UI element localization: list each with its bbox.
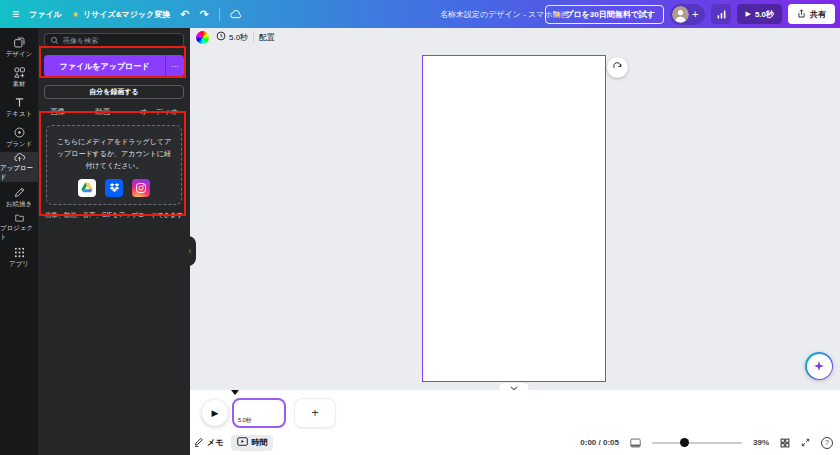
frame-duration-label: 5.0秒 [238, 417, 251, 424]
timeline: ▶ 5.0秒 + [190, 390, 840, 430]
zoom-slider[interactable] [652, 438, 742, 448]
page-duration-chip[interactable]: 5.0秒 [216, 29, 248, 45]
file-menu-button[interactable]: ファイル [29, 9, 62, 20]
draw-icon [13, 186, 26, 199]
search-icon [50, 31, 59, 49]
add-page-button[interactable]: + [294, 398, 336, 428]
canva-app: ≡ ファイル ★ リサイズ&マジック変換 ↶ ↷ 名称未設定のデザイン - スマ… [0, 0, 840, 455]
resize-magic-button[interactable]: ★ リサイズ&マジック変換 [72, 9, 170, 20]
sparkle-icon [814, 361, 824, 371]
search-box[interactable] [44, 33, 184, 47]
video-player-icon [237, 437, 248, 448]
dropzone-services [56, 179, 172, 197]
tab-videos[interactable]: 動画 [95, 107, 110, 117]
pen-icon [194, 437, 204, 449]
dropbox-icon[interactable] [105, 179, 123, 197]
elements-icon [13, 66, 26, 79]
notes-button[interactable]: メモ [194, 437, 223, 449]
search-input[interactable] [63, 37, 178, 44]
grid-view-icon[interactable] [780, 438, 790, 448]
google-drive-icon[interactable] [78, 179, 96, 197]
sidebar-item-uploads[interactable]: アップロード [0, 152, 38, 182]
fullscreen-icon[interactable] [801, 438, 810, 447]
sidebar-item-draw[interactable]: お絵描き [0, 182, 38, 212]
ai-assistant-button[interactable] [805, 352, 833, 380]
design-page[interactable] [422, 55, 606, 382]
timing-button[interactable]: 時間 [231, 435, 273, 451]
cloud-saved-icon [230, 5, 243, 23]
upload-more-button[interactable]: ··· [165, 55, 184, 77]
page-view-icon[interactable] [630, 438, 641, 448]
zoom-slider-track [652, 442, 742, 444]
zoom-slider-knob[interactable] [680, 438, 689, 447]
upload-cloud-icon [13, 152, 26, 163]
upload-file-button[interactable]: ファイルをアップロード [44, 55, 165, 77]
sidebar-item-projects[interactable]: プロジェクト [0, 212, 38, 242]
instagram-icon[interactable] [132, 179, 150, 197]
play-icon: ▶ [745, 10, 750, 18]
upload-file-row: ファイルをアップロード ··· [44, 55, 184, 77]
tab-images[interactable]: 画像 [50, 107, 65, 117]
tab-audio[interactable]: オーディオ [140, 107, 178, 117]
background-color-icon[interactable] [196, 31, 209, 44]
dropzone-caption: 画像、動画、音声、GIFをアップロードできます [42, 211, 186, 220]
time-display: 0:00 / 0:05 [580, 438, 619, 447]
sidebar-rail: デザイン 素材 テキスト ブランド アップロード お絵描き プロジェクト アプ [0, 28, 38, 455]
sidebar-item-brand[interactable]: ブランド [0, 122, 38, 152]
media-tabs: 画像 動画 オーディオ [50, 107, 178, 117]
sparkle-icon: ★ [72, 10, 79, 19]
record-yourself-button[interactable]: 自分を録画する [44, 85, 184, 99]
insights-chart-icon[interactable] [711, 4, 731, 24]
menu-icon[interactable]: ≡ [12, 8, 19, 20]
rotate-icon[interactable] [607, 57, 628, 78]
dropzone-text: こちらにメディアをドラッグしてアップロードするか、アカウントに紐付けてください。 [56, 136, 172, 172]
timeline-play-button[interactable]: ▶ [202, 400, 228, 426]
add-member-icon[interactable]: + [692, 9, 698, 20]
position-button[interactable]: 配置 [259, 29, 275, 45]
folder-icon [13, 212, 26, 223]
sidebar-item-design[interactable]: デザイン [0, 32, 38, 62]
canvas-area: 5.0秒 配置 [190, 28, 840, 390]
sidebar-item-elements[interactable]: 素材 [0, 62, 38, 92]
text-icon [13, 96, 26, 109]
bottombar: メモ 時間 0:00 / 0:05 39% [190, 430, 840, 455]
star-icon: ★ [554, 10, 561, 19]
zoom-level: 39% [753, 438, 769, 447]
design-icon [13, 36, 26, 49]
redo-icon[interactable]: ↷ [199, 8, 208, 21]
share-icon [797, 9, 806, 20]
panel-collapse-handle[interactable]: ‹ [184, 236, 196, 266]
toolbar-divider [253, 32, 254, 42]
topbar-divider [219, 8, 220, 21]
topbar: ≡ ファイル ★ リサイズ&マジック変換 ↶ ↷ 名称未設定のデザイン - スマ… [0, 0, 840, 28]
clock-icon [216, 31, 226, 43]
sidebar-item-apps[interactable]: アプリ [0, 242, 38, 272]
sidebar-item-text[interactable]: テキスト [0, 92, 38, 122]
undo-icon[interactable]: ↶ [180, 8, 189, 21]
apps-grid-icon [13, 246, 26, 259]
pro-trial-button[interactable]: ★ プロを30日間無料で試す [545, 5, 664, 24]
preview-play-button[interactable]: ▶ 5.0秒 [737, 4, 782, 24]
playhead-marker[interactable] [231, 390, 239, 395]
help-icon[interactable]: ? [821, 437, 833, 449]
avatar[interactable] [672, 6, 689, 23]
uploads-panel: ファイルをアップロード ··· 自分を録画する 画像 動画 オーディオ こちらに… [38, 28, 190, 455]
frame-thumbnail[interactable]: 5.0秒 [232, 398, 286, 428]
media-dropzone[interactable]: こちらにメディアをドラッグしてアップロードするか、アカウントに紐付けてください。 [46, 125, 182, 205]
brand-icon [13, 126, 26, 139]
share-button[interactable]: 共有 [788, 4, 835, 24]
account-pill[interactable]: + [670, 4, 705, 25]
chevron-left-icon: ‹ [189, 246, 192, 256]
